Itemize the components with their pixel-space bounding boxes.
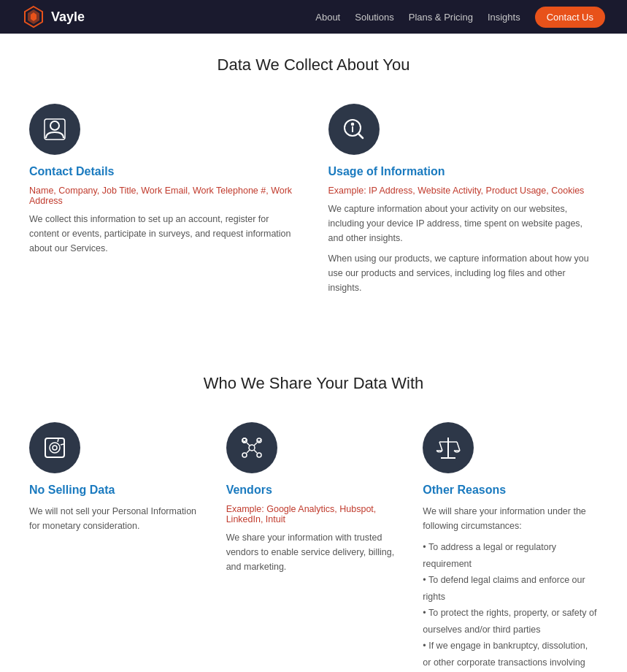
usage-info-body1: We capture information about your activi… (328, 202, 599, 245)
other-reasons-bullets: To address a legal or regulatory require… (423, 539, 598, 672)
nav-about[interactable]: About (315, 12, 340, 23)
no-selling-card: No Selling Data We will not sell your Pe… (29, 422, 204, 672)
scale-icon (435, 435, 461, 461)
svg-point-6 (351, 123, 353, 126)
vault-icon (42, 435, 68, 461)
svg-line-20 (254, 443, 257, 446)
vendors-example: Example: Google Analytics, Hubspot, Link… (226, 504, 401, 524)
contact-icon (29, 104, 80, 155)
nav-insights[interactable]: Insights (488, 12, 520, 23)
bullet-4: If we engage in bankruptcy, dissolution,… (423, 638, 598, 672)
main-content: Data We Collect About You Contact Detail… (0, 34, 627, 672)
contact-details-example: Name, Company, Job Title, Work Email, Wo… (29, 186, 299, 206)
svg-rect-9 (45, 438, 64, 457)
svg-line-21 (247, 450, 250, 453)
other-reasons-card: Other Reasons We will share your informa… (423, 422, 598, 672)
collect-cards: Contact Details Name, Company, Job Title… (29, 104, 598, 301)
section2-title: Who We Share Your Data With (29, 374, 598, 393)
no-selling-heading: No Selling Data (29, 484, 204, 497)
share-cards: No Selling Data We will not sell your Pe… (29, 422, 598, 672)
usage-info-heading: Usage of Information (328, 165, 599, 178)
no-selling-icon (29, 422, 80, 473)
other-reasons-icon (423, 422, 474, 473)
network-icon (239, 435, 265, 461)
usage-info-card: Usage of Information Example: IP Address… (328, 104, 599, 301)
info-search-icon (341, 116, 367, 142)
usage-icon (328, 104, 380, 155)
other-reasons-intro: We will share your information under the… (423, 504, 598, 533)
section1-title: Data We Collect About You (29, 56, 598, 75)
other-reasons-heading: Other Reasons (423, 484, 598, 497)
nav-solutions[interactable]: Solutions (355, 12, 393, 23)
svg-line-22 (254, 450, 257, 453)
svg-point-10 (50, 443, 60, 453)
svg-line-29 (457, 442, 460, 451)
vendors-heading: Vendors (226, 484, 401, 497)
svg-point-18 (257, 453, 261, 457)
navbar: Vayle About Solutions Plans & Pricing In… (0, 0, 627, 34)
vendors-card: Vendors Example: Google Analytics, Hubsp… (226, 422, 401, 672)
svg-point-17 (242, 453, 247, 457)
svg-point-11 (53, 446, 57, 450)
nav-links: About Solutions Plans & Pricing Insights… (315, 7, 605, 28)
usage-info-body2: When using our products, we capture info… (328, 251, 599, 295)
contact-us-button[interactable]: Contact Us (535, 7, 605, 28)
contact-details-heading: Contact Details (29, 165, 299, 178)
logo: Vayle (22, 5, 85, 28)
person-icon (42, 116, 68, 142)
nav-plans[interactable]: Plans & Pricing (409, 12, 473, 23)
svg-point-14 (249, 445, 255, 451)
bullet-1: To address a legal or regulatory require… (423, 539, 598, 572)
bullet-3: To protect the rights, property, or safe… (423, 605, 598, 638)
contact-details-card: Contact Details Name, Company, Job Title… (29, 104, 299, 301)
contact-details-body: We collect this information to set up an… (29, 212, 299, 256)
no-selling-body: We will not sell your Personal Informati… (29, 504, 204, 533)
svg-point-3 (50, 121, 59, 130)
vendors-icon (226, 422, 277, 473)
svg-line-12 (58, 439, 58, 442)
svg-line-19 (247, 443, 250, 446)
logo-icon (22, 5, 45, 28)
svg-line-27 (439, 442, 442, 451)
svg-line-8 (358, 134, 363, 138)
bullet-2: To defend legal claims and enforce our r… (423, 572, 598, 605)
logo-text: Vayle (51, 9, 85, 25)
vendors-body: We share your information with trusted v… (226, 530, 401, 574)
svg-line-13 (61, 444, 64, 445)
usage-info-example: Example: IP Address, Website Activity, P… (328, 186, 599, 196)
